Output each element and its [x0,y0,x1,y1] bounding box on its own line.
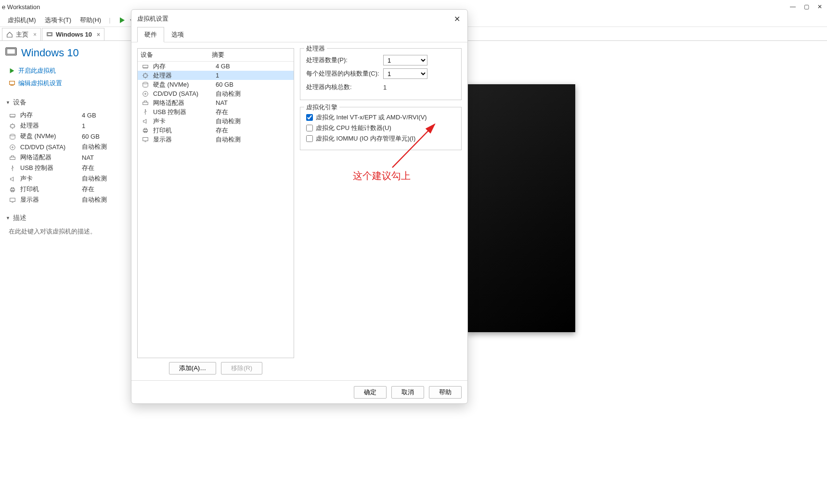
svg-point-22 [145,93,146,95]
hardware-row-cpu[interactable]: 处理器1 [5,120,123,131]
tab-vm[interactable]: Windows 10 × [42,28,104,40]
hardware-row-cpu[interactable]: 处理器1 [138,71,294,80]
iommu-label: 虚拟化 IOMMU (IO 内存管理单元)(I) [316,134,415,143]
num-cpus-select[interactable]: 1 [383,55,427,65]
close-icon[interactable]: ✕ [816,3,823,10]
printer-icon [9,185,16,193]
svg-point-24 [145,109,146,110]
cpu-icon [9,122,16,129]
sound-icon [142,117,149,125]
description-placeholder[interactable]: 在此处键入对该虚拟机的描述。 [5,225,123,238]
virtualization-group: 虚拟化引擎 虚拟化 Intel VT-x/EPT 或 AMD-V/RVI(V) … [300,107,462,150]
vtx-label: 虚拟化 Intel VT-x/EPT 或 AMD-V/RVI(V) [316,113,427,122]
vtx-checkbox[interactable] [306,114,313,121]
hardware-value: 自动检测 [82,142,107,151]
hardware-name: 处理器 [20,121,78,130]
svg-rect-15 [11,187,13,189]
svg-rect-26 [144,129,146,130]
hardware-row-memory[interactable]: 内存4 GB [5,110,123,120]
tab-vm-close-icon[interactable]: × [97,31,100,38]
svg-point-13 [12,166,13,167]
hardware-row-usb[interactable]: USB 控制器存在 [138,107,294,116]
ok-button[interactable]: 确定 [354,386,387,399]
tab-home-close-icon[interactable]: × [33,31,37,38]
tab-home[interactable]: 主页 × [2,28,41,40]
menu-vm[interactable]: 虚拟机(M) [5,14,39,26]
hardware-name: CD/DVD (SATA) [20,143,78,151]
svg-point-10 [10,145,15,150]
help-button[interactable]: 帮助 [429,386,462,399]
processor-legend: 处理器 [304,44,327,53]
hw-col-summary: 摘要 [209,49,227,61]
edit-settings-link[interactable]: 编辑虚拟机设置 [5,77,123,90]
hardware-row-usb[interactable]: USB 控制器存在 [5,163,123,173]
svg-rect-12 [10,157,15,159]
description-section-header[interactable]: 描述 [6,214,123,222]
hardware-value: 存在 [216,108,228,116]
devices-section-header[interactable]: 设备 [6,98,123,107]
svg-point-11 [12,146,13,148]
menu-help[interactable]: 帮助(H) [77,14,104,26]
svg-point-21 [143,91,148,97]
svg-rect-7 [10,114,15,116]
svg-marker-5 [10,68,14,74]
remove-hardware-button[interactable]: 移除(R) [221,362,262,375]
power-on-link[interactable]: 开启此虚拟机 [5,65,123,77]
dialog-tab-hardware[interactable]: 硬件 [137,27,164,42]
disk-icon [9,132,16,140]
hardware-name: 处理器 [153,71,212,80]
hardware-name: 打印机 [153,126,212,135]
hardware-row-disk[interactable]: 硬盘 (NVMe)60 GB [5,131,123,142]
disc-icon [9,143,16,151]
hardware-row-memory[interactable]: 内存4 GB [138,62,294,71]
hardware-row-disc[interactable]: CD/DVD (SATA)自动检测 [138,89,294,98]
hardware-name: 声卡 [153,117,212,126]
total-cores-label: 处理器内核总数: [306,83,379,91]
hardware-row-disk[interactable]: 硬盘 (NVMe)60 GB [138,80,294,89]
iommu-checkbox[interactable] [306,135,313,142]
hardware-row-sound[interactable]: 声卡自动检测 [138,116,294,126]
cores-per-cpu-label: 每个处理器的内核数量(C): [306,69,379,78]
hardware-name: 显示器 [20,195,78,204]
hardware-row-sound[interactable]: 声卡自动检测 [5,173,123,184]
dialog-tab-options[interactable]: 选项 [164,27,191,42]
virtualization-legend: 虚拟化引擎 [304,103,339,112]
vm-icon [46,31,53,38]
net-icon [142,99,149,107]
maximize-icon[interactable]: ▢ [803,3,810,10]
hardware-value: NAT [82,154,94,161]
vm-large-icon [5,46,17,60]
net-icon [9,154,16,161]
hardware-name: 内存 [153,62,212,71]
svg-rect-2 [48,33,52,35]
hardware-row-net[interactable]: 网络适配器NAT [5,152,123,163]
menu-tabs[interactable]: 选项卡(T) [42,14,75,26]
vm-name-heading: Windows 10 [21,47,79,59]
svg-rect-6 [10,81,15,85]
hardware-row-net[interactable]: 网络适配器NAT [138,98,294,107]
perf-counter-label: 虚拟化 CPU 性能计数器(U) [316,124,391,132]
svg-rect-18 [143,65,148,68]
hardware-row-display[interactable]: 显示器自动检测 [5,194,123,205]
hardware-row-disc[interactable]: CD/DVD (SATA)自动检测 [5,142,123,152]
minimize-icon[interactable]: — [789,3,796,10]
svg-rect-19 [144,74,147,78]
display-icon [142,136,149,143]
hardware-value: 60 GB [216,81,233,88]
hardware-value: 4 GB [216,63,230,70]
cores-per-cpu-select[interactable]: 1 [383,68,427,79]
perf-counter-checkbox[interactable] [306,125,313,131]
cancel-button[interactable]: 取消 [391,386,424,399]
hardware-row-printer[interactable]: 打印机存在 [138,126,294,135]
play-button[interactable] [118,15,128,25]
hardware-name: USB 控制器 [153,108,212,116]
add-hardware-button[interactable]: 添加(A)… [169,362,216,375]
dialog-close-icon[interactable]: ✕ [452,14,462,24]
hardware-name: CD/DVD (SATA) [153,90,212,97]
vm-preview-thumbnail [467,84,575,332]
usb-icon [9,164,16,172]
hardware-row-display[interactable]: 显示器自动检测 [138,135,294,144]
hardware-row-printer[interactable]: 打印机存在 [5,184,123,194]
hardware-value: 存在 [82,185,94,194]
home-icon [6,31,13,38]
